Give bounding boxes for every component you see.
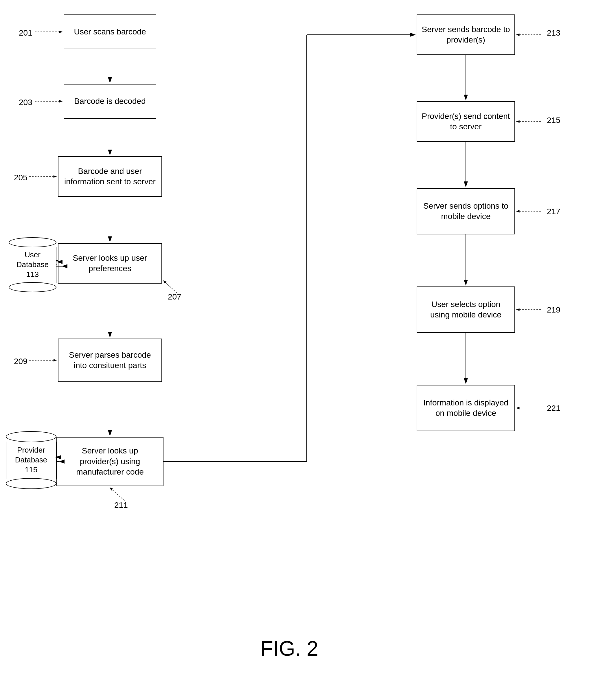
box-203: Barcode is decoded (64, 84, 156, 119)
figure-caption: FIG. 2 (174, 637, 405, 660)
box-209: Server parses barcode into consituent pa… (58, 339, 162, 382)
box-201: User scans barcode (64, 14, 156, 49)
ref-221: 221 (547, 404, 560, 413)
box-219: User selects option using mobile device (417, 287, 515, 333)
db-provider-115: Provider Database 115 (6, 431, 57, 489)
box-221: Information is displayed on mobile devic… (417, 385, 515, 431)
box-213: Server sends barcode to provider(s) (417, 14, 515, 55)
ref-203: 203 (19, 98, 32, 107)
ref-207: 207 (168, 292, 182, 302)
ref-217: 217 (547, 207, 560, 216)
ref-201: 201 (19, 28, 32, 38)
box-207: Server looks up user preferences (58, 243, 162, 284)
ref-213: 213 (547, 28, 560, 38)
ref-209: 209 (14, 357, 28, 366)
diagram-container: User scans barcode Barcode is decoded Ba… (0, 0, 594, 700)
box-217: Server sends options to mobile device (417, 188, 515, 234)
ref-211: 211 (114, 501, 128, 510)
box-211: Server looks up provider(s) using manufa… (57, 437, 163, 486)
ref-205: 205 (14, 173, 28, 182)
db-user-113: User Database 113 (9, 237, 57, 292)
box-205: Barcode and user information sent to ser… (58, 156, 162, 197)
svg-line-23 (110, 488, 124, 501)
ref-219: 219 (547, 305, 560, 314)
ref-215: 215 (547, 116, 560, 125)
box-215: Provider(s) send content to server (417, 101, 515, 142)
